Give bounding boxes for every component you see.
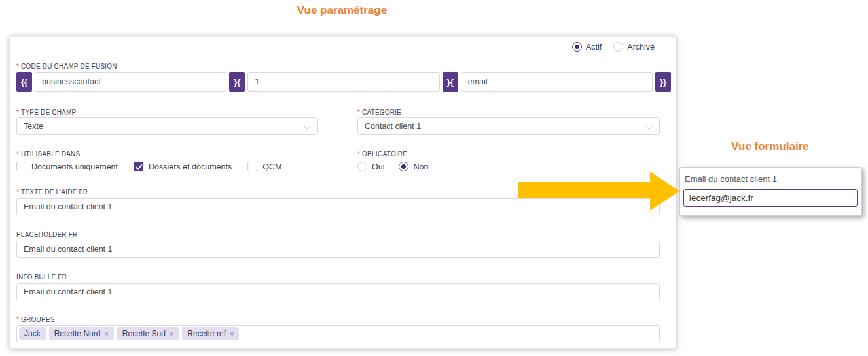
required-mark: * — [16, 151, 19, 158]
merge-part3-input[interactable] — [461, 72, 653, 92]
type-champ-select-value: Texte — [24, 122, 43, 131]
checkbox-dossiers-et-documents[interactable] — [134, 162, 143, 171]
radio-actif-icon[interactable] — [572, 42, 582, 52]
utilisable-checkbox-group: Documents uniquement Dossiers et documen… — [16, 162, 281, 171]
remove-tag-icon[interactable]: × — [230, 330, 234, 338]
param-view-title: Vue paramétrage — [9, 4, 675, 17]
placeholder-fr-input[interactable] — [16, 241, 660, 258]
radio-archive[interactable]: Archivé — [613, 42, 655, 52]
checkbox-qcm-label: QCM — [262, 162, 281, 171]
info-bulle-input[interactable] — [16, 283, 660, 300]
chevron-down-icon — [304, 123, 310, 130]
merge-part1-input[interactable] — [35, 72, 226, 92]
categorie-select[interactable]: Contact client 1 — [357, 117, 660, 135]
checkbox-dossiers-et-documents-label: Dossiers et documents — [149, 162, 232, 171]
utilisable-label: *UTILISABLE DANS — [16, 151, 80, 158]
placeholder-fr-label: PLACEHOLDER FR — [16, 231, 77, 238]
merge-part2-input[interactable] — [247, 72, 439, 92]
form-preview-card: Email du contact client 1 — [679, 167, 862, 216]
checkbox-qcm[interactable] — [247, 162, 257, 171]
tag-jack: Jack — [19, 327, 46, 340]
obligatoire-radio-group: Oui Non — [357, 162, 428, 171]
close-braces-badge: }} — [655, 72, 671, 92]
radio-actif-label: Actif — [586, 43, 602, 52]
obligatoire-label: *OBLIGATOIRE — [357, 151, 407, 158]
type-champ-label: *TYPE DE CHAMP — [16, 109, 76, 116]
screenshot-root: Vue paramétrage Actif Archivé *CODE DU C… — [0, 0, 868, 356]
status-radio-group: Actif Archivé — [572, 42, 655, 52]
info-bulle-label: INFO BULLE FR — [16, 274, 67, 281]
tag-recette-ref: Recette ref × — [182, 327, 239, 340]
checkbox-documents-uniquement[interactable] — [16, 162, 26, 171]
radio-oui-icon[interactable] — [357, 162, 367, 171]
preview-email-input[interactable] — [683, 189, 858, 207]
radio-non-icon[interactable] — [399, 162, 408, 171]
brace-separator-badge: }{ — [443, 72, 458, 92]
categorie-select-value: Contact client 1 — [365, 122, 421, 131]
required-mark: * — [16, 316, 19, 323]
tag-recette-sud: Recette Sud × — [117, 327, 179, 340]
remove-tag-icon[interactable]: × — [104, 330, 108, 338]
code-fusion-label: *CODE DU CHAMP DE FUSION — [16, 63, 117, 70]
radio-oui-label: Oui — [372, 162, 384, 171]
form-view-title: Vue formulaire — [679, 140, 861, 153]
brace-separator-badge: }{ — [229, 72, 245, 92]
required-mark: * — [357, 151, 360, 158]
radio-actif[interactable]: Actif — [572, 42, 602, 52]
required-mark: * — [16, 188, 19, 196]
categorie-label: *CATÉGORIE — [357, 109, 401, 116]
merge-field-row: {{ }{ }{ }} — [16, 72, 671, 92]
texte-aide-label: *TEXTE DE L'AIDE FR — [16, 188, 88, 196]
required-mark: * — [357, 109, 360, 116]
radio-archive-label: Archivé — [627, 43, 655, 52]
checkbox-documents-uniquement-label: Documents uniquement — [31, 162, 118, 171]
required-mark: * — [16, 63, 19, 70]
radio-archive-icon[interactable] — [613, 42, 623, 52]
radio-non-label: Non — [413, 162, 428, 171]
groupes-tags-input[interactable]: Jack Recette Nord × Recette Sud × Recett… — [16, 325, 660, 342]
type-champ-select[interactable]: Texte — [16, 117, 318, 135]
arrow-right-icon — [518, 171, 679, 211]
preview-field-label: Email du contact client 1 — [685, 174, 777, 184]
remove-tag-icon[interactable]: × — [170, 330, 173, 338]
groupes-label: *GROUPES — [16, 316, 55, 323]
required-mark: * — [16, 109, 19, 116]
chevron-down-icon — [645, 123, 652, 130]
tag-recette-nord: Recette Nord × — [49, 327, 114, 340]
open-braces-badge: {{ — [16, 72, 32, 92]
